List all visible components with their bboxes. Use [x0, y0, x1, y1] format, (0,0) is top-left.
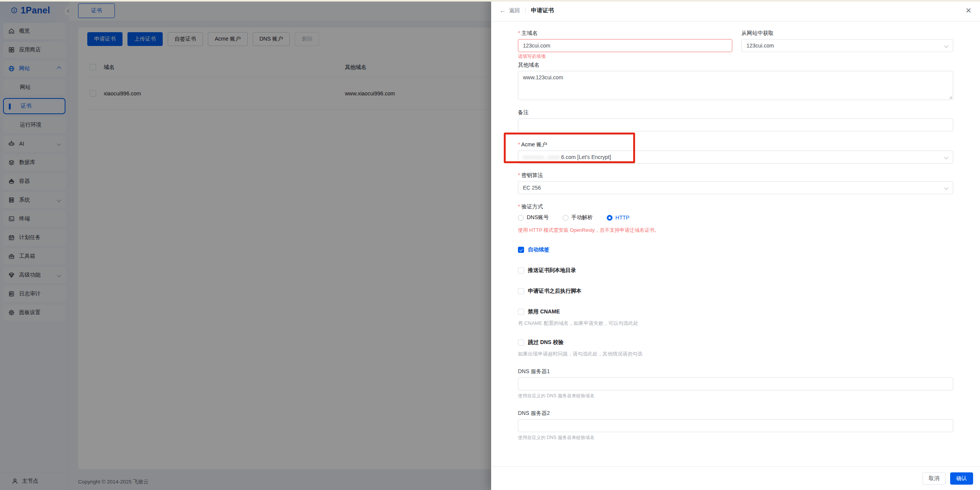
radio-manual-resolve[interactable]: 手动解析: [563, 214, 593, 221]
other-domains-label: 其他域名: [518, 62, 953, 68]
http-mode-warning: 使用 HTTP 模式需安装 OpenResty，且不支持申请泛域名证书。: [518, 227, 953, 233]
verify-mode-label: 验证方式: [518, 203, 953, 210]
checkbox-auto-renew[interactable]: 自动续签: [518, 246, 953, 253]
checkbox-disable-cname[interactable]: 禁用 CNAME: [518, 308, 953, 315]
primary-domain-label: 主域名: [518, 30, 732, 36]
redacted-text: xxxxxxx_xxxx: [523, 154, 560, 160]
checkbox-skip-dns-check[interactable]: 跳过 DNS 校验: [518, 339, 953, 346]
dns-server2-label: DNS 服务器2: [518, 410, 953, 416]
checkbox-exec-script-after[interactable]: 申请证书之后执行脚本: [518, 288, 953, 295]
remark-label: 备注: [518, 109, 953, 115]
chevron-down-icon: [944, 43, 948, 48]
back-button[interactable]: ← 返回: [500, 7, 520, 15]
remark-input[interactable]: [518, 118, 953, 131]
radio-selected-icon: [607, 215, 612, 221]
drawer-title: 申请证书: [531, 7, 554, 14]
other-domains-textarea[interactable]: www.123cui.com: [518, 71, 953, 100]
from-website-label: 从网站中获取: [742, 30, 953, 36]
checkbox-icon: [518, 267, 524, 274]
checkbox-icon: [518, 309, 524, 315]
dns-server2-input[interactable]: [518, 419, 953, 432]
drawer-header: ← 返回 申请证书 ✕: [491, 0, 980, 21]
radio-icon: [518, 215, 524, 221]
radio-icon: [563, 215, 568, 221]
confirm-button[interactable]: 确认: [950, 472, 973, 485]
verify-mode-radio-group: DNS账号 手动解析 HTTP: [518, 214, 953, 221]
back-arrow-icon: ←: [500, 7, 506, 15]
key-algorithm-select[interactable]: EC 256: [518, 181, 953, 194]
radio-dns-account[interactable]: DNS账号: [518, 214, 549, 221]
chevron-down-icon: [944, 155, 948, 159]
drawer-body: 主域名 请填写必填项 从网站中获取 123cui.com 其他域名 www.12…: [491, 21, 980, 466]
close-icon[interactable]: ✕: [965, 7, 972, 14]
dns-server2-hint: 使用自定义的 DNS 服务器来校验域名: [518, 434, 953, 441]
cancel-button[interactable]: 取消: [923, 472, 946, 485]
skip-dns-check-hint: 如果出现申请超时问题，请勾选此处，其他情况请勿勾选: [518, 351, 953, 357]
dns-server1-input[interactable]: [518, 377, 953, 390]
checkbox-checked-icon: [518, 247, 524, 253]
checkbox-icon: [518, 339, 524, 346]
chevron-down-icon: [944, 185, 948, 190]
apply-cert-drawer: ← 返回 申请证书 ✕ 主域名 请填写必填项 从网站中获取 123cui.com…: [491, 0, 980, 490]
dns-server1-hint: 使用自定义的 DNS 服务器来校验域名: [518, 393, 953, 399]
header-divider: [525, 8, 526, 13]
from-website-select[interactable]: 123cui.com: [742, 39, 953, 52]
checkbox-icon: [518, 288, 524, 294]
disable-cname-hint: 有 CNAME 配置的域名，如果申请失败，可以勾选此处: [518, 320, 953, 326]
key-algorithm-label: 密钥算法: [518, 172, 953, 178]
drawer-footer: 取消 确认: [491, 466, 980, 490]
radio-http[interactable]: HTTP: [607, 215, 630, 221]
acme-account-label: Acme 账户: [518, 141, 953, 147]
checkbox-push-to-local-dir[interactable]: 推送证书到本地目录: [518, 267, 953, 274]
dns-server1-label: DNS 服务器1: [518, 368, 953, 374]
acme-account-select[interactable]: xxxxxxx_xxxx 6.com [Let's Encrypt]: [518, 151, 953, 164]
primary-domain-error: 请填写必填项: [518, 54, 732, 59]
primary-domain-input[interactable]: [518, 39, 732, 52]
top-edge-strip: [0, 0, 980, 2]
